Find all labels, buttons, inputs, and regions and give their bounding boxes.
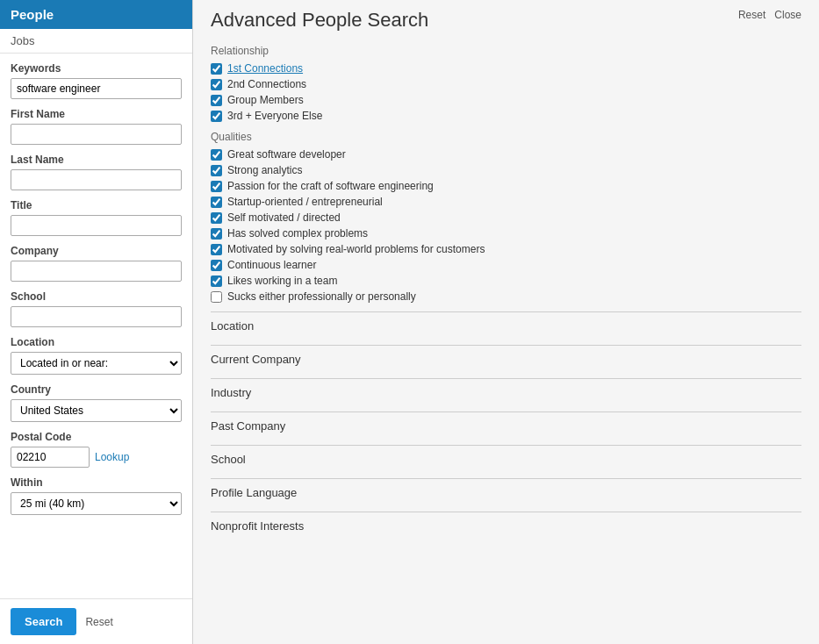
app-title: People	[0, 0, 192, 29]
reset-button-header[interactable]: Reset	[738, 9, 765, 21]
quality-self-motivated-input[interactable]	[211, 212, 222, 224]
quality-sucks-input[interactable]	[211, 291, 222, 303]
within-select[interactable]: 10 mi (16 km) 25 mi (40 km) 50 mi (80 km…	[11, 492, 182, 515]
first-name-input[interactable]	[11, 124, 182, 145]
quality-complex-problems-label: Has solved complex problems	[227, 227, 368, 240]
title-input[interactable]	[11, 215, 182, 236]
quality-passion-input[interactable]	[211, 181, 222, 192]
sidebar-title-text: People	[11, 7, 54, 22]
country-label: Country	[11, 383, 182, 396]
lookup-link[interactable]: Lookup	[95, 451, 129, 463]
quality-sucks-label: Sucks either professionally or personall…	[227, 290, 416, 303]
checkbox-2nd-connections-input[interactable]	[211, 79, 222, 90]
expandable-field-school: School	[211, 445, 801, 469]
quality-great-dev: Great software developer	[211, 148, 801, 161]
quality-team-player-label: Likes working in a team	[227, 275, 337, 287]
last-name-input[interactable]	[11, 169, 182, 190]
first-name-label: First Name	[11, 108, 182, 120]
quality-continuous-learner-label: Continuous learner	[227, 259, 316, 271]
quality-team-player: Likes working in a team	[211, 275, 801, 287]
quality-sucks: Sucks either professionally or personall…	[211, 290, 801, 303]
jobs-link-label: Jobs	[11, 34, 34, 47]
company-group: Company	[11, 245, 182, 282]
quality-passion-label: Passion for the craft of software engine…	[227, 180, 434, 192]
expandable-label-2[interactable]: Industry	[211, 386, 801, 403]
postal-code-input[interactable]	[11, 447, 90, 468]
reset-link-sidebar[interactable]: Reset	[85, 616, 112, 628]
header-actions: Reset Close	[738, 9, 801, 21]
sidebar-footer: Search Reset	[0, 598, 192, 644]
keywords-input[interactable]	[11, 78, 182, 99]
expandable-label-0[interactable]: Location	[211, 319, 801, 336]
postal-code-group: Postal Code Lookup	[11, 431, 182, 468]
keywords-label: Keywords	[11, 62, 182, 75]
quality-real-world-input[interactable]	[211, 244, 222, 255]
quality-complex-problems-input[interactable]	[211, 228, 222, 240]
school-label: School	[11, 290, 182, 303]
quality-startup: Startup-oriented / entrepreneurial	[211, 196, 801, 208]
relationship-label: Relationship	[211, 45, 801, 57]
country-group: Country United States Canada United King…	[11, 383, 182, 422]
expandable-label-5[interactable]: Profile Language	[211, 486, 801, 503]
expandable-field-profile-language: Profile Language	[211, 478, 801, 503]
sidebar-item-jobs[interactable]: Jobs	[0, 29, 192, 54]
checkbox-2nd-connections: 2nd Connections	[211, 78, 801, 90]
country-select[interactable]: United States Canada United Kingdom Aust…	[11, 399, 182, 422]
expandable-field-industry: Industry	[211, 378, 801, 403]
postal-code-label: Postal Code	[11, 431, 182, 443]
expandable-fields: LocationCurrent CompanyIndustryPast Comp…	[211, 311, 801, 536]
quality-analytics: Strong analytics	[211, 164, 801, 176]
title-group: Title	[11, 199, 182, 236]
quality-passion: Passion for the craft of software engine…	[211, 180, 801, 192]
school-input[interactable]	[11, 306, 182, 327]
title-label: Title	[11, 199, 182, 211]
quality-great-dev-label: Great software developer	[227, 148, 346, 161]
expandable-label-1[interactable]: Current Company	[211, 353, 801, 369]
connections-1st-label[interactable]: 1st Connections	[227, 62, 303, 75]
page-title: Advanced People Search	[211, 9, 428, 32]
quality-startup-label: Startup-oriented / entrepreneurial	[227, 196, 383, 208]
qualities-checkboxes: Great software developer Strong analytic…	[211, 148, 801, 303]
checkbox-3rd-everyone-input[interactable]	[211, 111, 222, 122]
last-name-label: Last Name	[11, 154, 182, 166]
expandable-field-nonprofit-interests: Nonprofit Interests	[211, 512, 801, 536]
qualities-section: Qualities Great software developer Stron…	[211, 131, 801, 303]
first-name-group: First Name	[11, 108, 182, 145]
location-select[interactable]: Located in or near: Is exactly:	[11, 352, 182, 375]
quality-great-dev-input[interactable]	[211, 149, 222, 161]
quality-self-motivated: Self motivated / directed	[211, 211, 801, 224]
quality-continuous-learner-input[interactable]	[211, 260, 222, 271]
3rd-everyone-label: 3rd + Everyone Else	[227, 110, 322, 122]
checkbox-1st-connections-input[interactable]	[211, 63, 222, 75]
quality-real-world-label: Motivated by solving real-world problems…	[227, 243, 485, 255]
school-group: School	[11, 290, 182, 327]
location-group: Location Located in or near: Is exactly:	[11, 336, 182, 375]
checkbox-group-members: Group Members	[211, 94, 801, 106]
expandable-label-6[interactable]: Nonprofit Interests	[211, 519, 801, 536]
checkbox-1st-connections: 1st Connections	[211, 62, 801, 75]
quality-complex-problems: Has solved complex problems	[211, 227, 801, 240]
company-input[interactable]	[11, 261, 182, 282]
expandable-field-location: Location	[211, 311, 801, 336]
expandable-field-past-company: Past Company	[211, 411, 801, 436]
location-label: Location	[11, 336, 182, 348]
main-content: Advanced People Search Reset Close Relat…	[193, 0, 819, 644]
quality-team-player-input[interactable]	[211, 275, 222, 287]
close-button-header[interactable]: Close	[774, 9, 801, 21]
company-label: Company	[11, 245, 182, 257]
search-button[interactable]: Search	[11, 608, 76, 635]
expandable-label-4[interactable]: School	[211, 453, 801, 469]
quality-analytics-input[interactable]	[211, 165, 222, 176]
sidebar: People Jobs Keywords First Name Last Nam…	[0, 0, 193, 644]
quality-analytics-label: Strong analytics	[227, 164, 302, 176]
group-members-label: Group Members	[227, 94, 304, 106]
quality-real-world: Motivated by solving real-world problems…	[211, 243, 801, 255]
within-label: Within	[11, 476, 182, 489]
expandable-label-3[interactable]: Past Company	[211, 419, 801, 436]
last-name-group: Last Name	[11, 154, 182, 190]
main-header: Advanced People Search Reset Close	[193, 0, 819, 36]
checkbox-3rd-everyone: 3rd + Everyone Else	[211, 110, 801, 122]
quality-startup-input[interactable]	[211, 197, 222, 208]
checkbox-group-members-input[interactable]	[211, 95, 222, 106]
within-group: Within 10 mi (16 km) 25 mi (40 km) 50 mi…	[11, 476, 182, 515]
